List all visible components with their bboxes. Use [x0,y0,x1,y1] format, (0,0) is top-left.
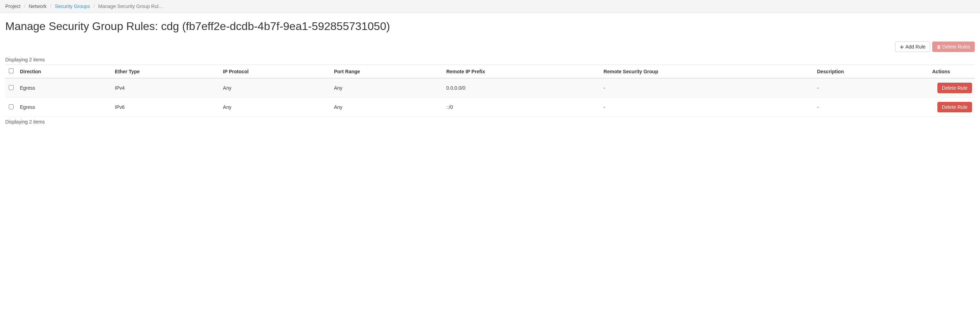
col-header-remote-sg[interactable]: Remote Security Group [601,65,814,78]
col-header-description[interactable]: Description [814,65,929,78]
cell-remote-sg: - [601,98,814,117]
cell-direction: Egress [17,78,112,98]
breadcrumb-separator: / [48,3,54,9]
delete-rule-button[interactable]: Delete Rule [937,83,972,93]
cell-port-range: Any [331,98,444,117]
breadcrumb-separator: / [91,3,97,9]
cell-checkbox [5,78,17,98]
cell-port-range: Any [331,78,444,98]
cell-ip-protocol: Any [220,78,331,98]
cell-description: - [814,78,929,98]
item-count-bottom: Displaying 2 items [5,117,975,127]
cell-checkbox [5,98,17,117]
row-checkbox[interactable] [9,104,14,109]
col-header-checkbox [5,65,17,78]
cell-remote-sg: - [601,78,814,98]
breadcrumb-separator: / [22,3,27,9]
breadcrumb: Project / Network / Security Groups / Ma… [0,0,980,13]
cell-remote-ip-prefix: 0.0.0.0/0 [444,78,601,98]
add-rule-button[interactable]: Add Rule [895,41,930,52]
plus-icon [900,44,904,49]
breadcrumb-item-current: Manage Security Group Rul… [98,3,163,9]
col-header-actions: Actions [929,65,975,78]
table-header-row: Direction Ether Type IP Protocol Port Ra… [5,65,975,78]
col-header-ether-type[interactable]: Ether Type [112,65,220,78]
cell-ether-type: IPv4 [112,78,220,98]
breadcrumb-item-project[interactable]: Project [5,3,21,9]
item-count-top: Displaying 2 items [5,55,975,65]
breadcrumb-item-network[interactable]: Network [29,3,46,9]
cell-actions: Delete Rule [929,98,975,117]
table-row: EgressIPv6AnyAny::/0--Delete Rule [5,98,975,117]
delete-rule-button[interactable]: Delete Rule [937,102,972,112]
rules-table: Direction Ether Type IP Protocol Port Ra… [5,65,975,117]
cell-actions: Delete Rule [929,78,975,98]
row-checkbox[interactable] [9,85,14,90]
add-rule-label: Add Rule [905,44,926,49]
col-header-direction[interactable]: Direction [17,65,112,78]
delete-rules-button[interactable]: Delete Rules [932,41,975,52]
cell-description: - [814,98,929,117]
select-all-checkbox[interactable] [9,68,14,73]
page-title: Manage Security Group Rules: cdg (fb7eff… [0,13,980,36]
cell-remote-ip-prefix: ::/0 [444,98,601,117]
col-header-remote-ip-prefix[interactable]: Remote IP Prefix [444,65,601,78]
cell-ether-type: IPv6 [112,98,220,117]
trash-icon [937,44,941,49]
delete-rules-label: Delete Rules [942,44,970,49]
table-row: EgressIPv4AnyAny0.0.0.0/0--Delete Rule [5,78,975,98]
col-header-port-range[interactable]: Port Range [331,65,444,78]
cell-direction: Egress [17,98,112,117]
toolbar: Add Rule Delete Rules [5,41,975,52]
cell-ip-protocol: Any [220,98,331,117]
breadcrumb-item-security-groups[interactable]: Security Groups [55,3,90,9]
col-header-ip-protocol[interactable]: IP Protocol [220,65,331,78]
